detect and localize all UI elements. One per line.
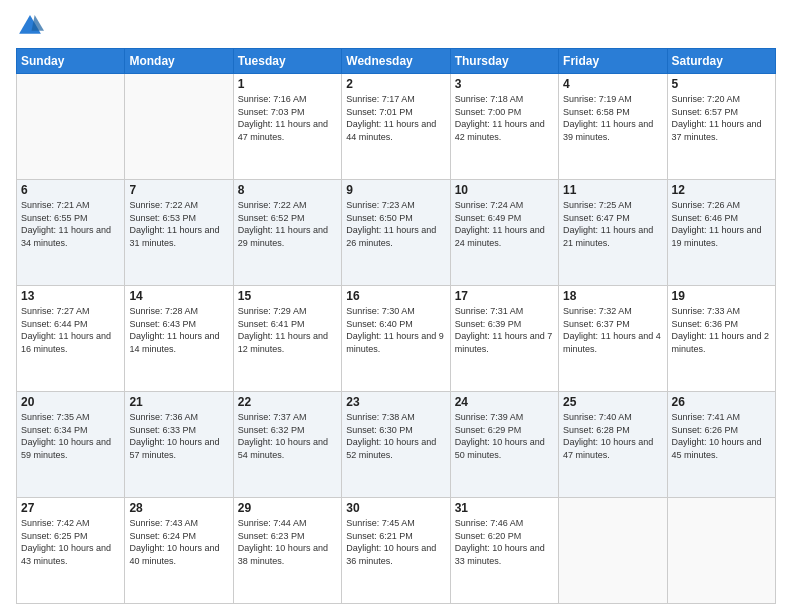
- calendar-week-row: 1Sunrise: 7:16 AM Sunset: 7:03 PM Daylig…: [17, 74, 776, 180]
- weekday-header-friday: Friday: [559, 49, 667, 74]
- day-number: 12: [672, 183, 771, 197]
- calendar-day-21: 21Sunrise: 7:36 AM Sunset: 6:33 PM Dayli…: [125, 392, 233, 498]
- day-info: Sunrise: 7:29 AM Sunset: 6:41 PM Dayligh…: [238, 305, 337, 355]
- day-info: Sunrise: 7:39 AM Sunset: 6:29 PM Dayligh…: [455, 411, 554, 461]
- weekday-header-row: SundayMondayTuesdayWednesdayThursdayFrid…: [17, 49, 776, 74]
- day-number: 15: [238, 289, 337, 303]
- svg-marker-1: [32, 15, 44, 31]
- calendar-week-row: 13Sunrise: 7:27 AM Sunset: 6:44 PM Dayli…: [17, 286, 776, 392]
- calendar-table: SundayMondayTuesdayWednesdayThursdayFrid…: [16, 48, 776, 604]
- day-info: Sunrise: 7:30 AM Sunset: 6:40 PM Dayligh…: [346, 305, 445, 355]
- day-number: 19: [672, 289, 771, 303]
- day-info: Sunrise: 7:21 AM Sunset: 6:55 PM Dayligh…: [21, 199, 120, 249]
- day-info: Sunrise: 7:32 AM Sunset: 6:37 PM Dayligh…: [563, 305, 662, 355]
- calendar-week-row: 27Sunrise: 7:42 AM Sunset: 6:25 PM Dayli…: [17, 498, 776, 604]
- day-info: Sunrise: 7:19 AM Sunset: 6:58 PM Dayligh…: [563, 93, 662, 143]
- calendar-day-19: 19Sunrise: 7:33 AM Sunset: 6:36 PM Dayli…: [667, 286, 775, 392]
- calendar-day-28: 28Sunrise: 7:43 AM Sunset: 6:24 PM Dayli…: [125, 498, 233, 604]
- day-info: Sunrise: 7:26 AM Sunset: 6:46 PM Dayligh…: [672, 199, 771, 249]
- calendar-empty-cell: [667, 498, 775, 604]
- calendar-day-23: 23Sunrise: 7:38 AM Sunset: 6:30 PM Dayli…: [342, 392, 450, 498]
- weekday-header-sunday: Sunday: [17, 49, 125, 74]
- day-number: 24: [455, 395, 554, 409]
- day-number: 23: [346, 395, 445, 409]
- day-info: Sunrise: 7:40 AM Sunset: 6:28 PM Dayligh…: [563, 411, 662, 461]
- day-number: 28: [129, 501, 228, 515]
- calendar-day-4: 4Sunrise: 7:19 AM Sunset: 6:58 PM Daylig…: [559, 74, 667, 180]
- day-info: Sunrise: 7:20 AM Sunset: 6:57 PM Dayligh…: [672, 93, 771, 143]
- day-number: 5: [672, 77, 771, 91]
- day-number: 7: [129, 183, 228, 197]
- day-info: Sunrise: 7:22 AM Sunset: 6:53 PM Dayligh…: [129, 199, 228, 249]
- calendar-day-27: 27Sunrise: 7:42 AM Sunset: 6:25 PM Dayli…: [17, 498, 125, 604]
- day-info: Sunrise: 7:44 AM Sunset: 6:23 PM Dayligh…: [238, 517, 337, 567]
- day-info: Sunrise: 7:16 AM Sunset: 7:03 PM Dayligh…: [238, 93, 337, 143]
- day-info: Sunrise: 7:38 AM Sunset: 6:30 PM Dayligh…: [346, 411, 445, 461]
- calendar-day-14: 14Sunrise: 7:28 AM Sunset: 6:43 PM Dayli…: [125, 286, 233, 392]
- day-number: 22: [238, 395, 337, 409]
- logo-icon: [16, 12, 44, 40]
- day-info: Sunrise: 7:43 AM Sunset: 6:24 PM Dayligh…: [129, 517, 228, 567]
- day-info: Sunrise: 7:24 AM Sunset: 6:49 PM Dayligh…: [455, 199, 554, 249]
- calendar-day-22: 22Sunrise: 7:37 AM Sunset: 6:32 PM Dayli…: [233, 392, 341, 498]
- day-number: 27: [21, 501, 120, 515]
- calendar-day-6: 6Sunrise: 7:21 AM Sunset: 6:55 PM Daylig…: [17, 180, 125, 286]
- calendar-day-20: 20Sunrise: 7:35 AM Sunset: 6:34 PM Dayli…: [17, 392, 125, 498]
- calendar-day-13: 13Sunrise: 7:27 AM Sunset: 6:44 PM Dayli…: [17, 286, 125, 392]
- header: [16, 12, 776, 40]
- day-info: Sunrise: 7:37 AM Sunset: 6:32 PM Dayligh…: [238, 411, 337, 461]
- weekday-header-saturday: Saturday: [667, 49, 775, 74]
- day-number: 31: [455, 501, 554, 515]
- day-info: Sunrise: 7:25 AM Sunset: 6:47 PM Dayligh…: [563, 199, 662, 249]
- calendar-day-26: 26Sunrise: 7:41 AM Sunset: 6:26 PM Dayli…: [667, 392, 775, 498]
- calendar-day-25: 25Sunrise: 7:40 AM Sunset: 6:28 PM Dayli…: [559, 392, 667, 498]
- calendar-day-15: 15Sunrise: 7:29 AM Sunset: 6:41 PM Dayli…: [233, 286, 341, 392]
- calendar-week-row: 6Sunrise: 7:21 AM Sunset: 6:55 PM Daylig…: [17, 180, 776, 286]
- day-number: 13: [21, 289, 120, 303]
- day-info: Sunrise: 7:36 AM Sunset: 6:33 PM Dayligh…: [129, 411, 228, 461]
- calendar-week-row: 20Sunrise: 7:35 AM Sunset: 6:34 PM Dayli…: [17, 392, 776, 498]
- weekday-header-tuesday: Tuesday: [233, 49, 341, 74]
- day-number: 10: [455, 183, 554, 197]
- day-info: Sunrise: 7:23 AM Sunset: 6:50 PM Dayligh…: [346, 199, 445, 249]
- calendar-day-5: 5Sunrise: 7:20 AM Sunset: 6:57 PM Daylig…: [667, 74, 775, 180]
- calendar-day-16: 16Sunrise: 7:30 AM Sunset: 6:40 PM Dayli…: [342, 286, 450, 392]
- calendar-empty-cell: [559, 498, 667, 604]
- calendar-day-24: 24Sunrise: 7:39 AM Sunset: 6:29 PM Dayli…: [450, 392, 558, 498]
- day-number: 26: [672, 395, 771, 409]
- day-number: 20: [21, 395, 120, 409]
- day-number: 3: [455, 77, 554, 91]
- weekday-header-monday: Monday: [125, 49, 233, 74]
- day-info: Sunrise: 7:33 AM Sunset: 6:36 PM Dayligh…: [672, 305, 771, 355]
- day-number: 2: [346, 77, 445, 91]
- calendar-day-12: 12Sunrise: 7:26 AM Sunset: 6:46 PM Dayli…: [667, 180, 775, 286]
- logo: [16, 12, 48, 40]
- calendar-day-2: 2Sunrise: 7:17 AM Sunset: 7:01 PM Daylig…: [342, 74, 450, 180]
- day-info: Sunrise: 7:22 AM Sunset: 6:52 PM Dayligh…: [238, 199, 337, 249]
- day-info: Sunrise: 7:28 AM Sunset: 6:43 PM Dayligh…: [129, 305, 228, 355]
- weekday-header-thursday: Thursday: [450, 49, 558, 74]
- calendar-day-7: 7Sunrise: 7:22 AM Sunset: 6:53 PM Daylig…: [125, 180, 233, 286]
- day-number: 14: [129, 289, 228, 303]
- day-info: Sunrise: 7:17 AM Sunset: 7:01 PM Dayligh…: [346, 93, 445, 143]
- day-number: 6: [21, 183, 120, 197]
- day-info: Sunrise: 7:31 AM Sunset: 6:39 PM Dayligh…: [455, 305, 554, 355]
- day-info: Sunrise: 7:18 AM Sunset: 7:00 PM Dayligh…: [455, 93, 554, 143]
- day-number: 18: [563, 289, 662, 303]
- day-number: 30: [346, 501, 445, 515]
- day-info: Sunrise: 7:41 AM Sunset: 6:26 PM Dayligh…: [672, 411, 771, 461]
- day-number: 1: [238, 77, 337, 91]
- day-number: 25: [563, 395, 662, 409]
- day-number: 21: [129, 395, 228, 409]
- page: SundayMondayTuesdayWednesdayThursdayFrid…: [0, 0, 792, 612]
- day-number: 17: [455, 289, 554, 303]
- calendar-day-31: 31Sunrise: 7:46 AM Sunset: 6:20 PM Dayli…: [450, 498, 558, 604]
- calendar-day-10: 10Sunrise: 7:24 AM Sunset: 6:49 PM Dayli…: [450, 180, 558, 286]
- calendar-empty-cell: [125, 74, 233, 180]
- day-info: Sunrise: 7:46 AM Sunset: 6:20 PM Dayligh…: [455, 517, 554, 567]
- day-number: 8: [238, 183, 337, 197]
- calendar-day-9: 9Sunrise: 7:23 AM Sunset: 6:50 PM Daylig…: [342, 180, 450, 286]
- calendar-day-29: 29Sunrise: 7:44 AM Sunset: 6:23 PM Dayli…: [233, 498, 341, 604]
- day-number: 29: [238, 501, 337, 515]
- calendar-day-30: 30Sunrise: 7:45 AM Sunset: 6:21 PM Dayli…: [342, 498, 450, 604]
